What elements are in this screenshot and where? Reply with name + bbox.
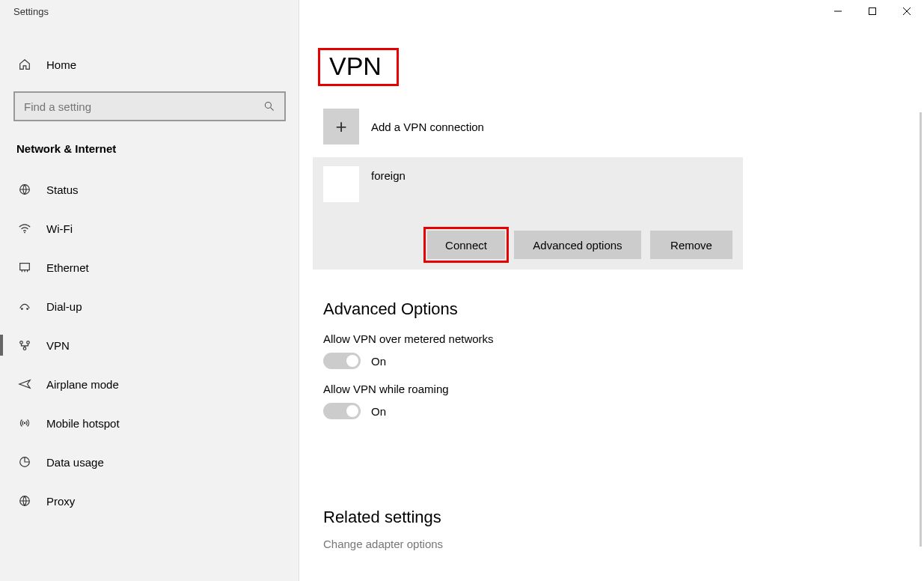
svg-point-12 xyxy=(23,347,26,350)
add-vpn-label: Add a VPN connection xyxy=(371,121,484,133)
nav-label: Proxy xyxy=(46,495,75,508)
close-button[interactable] xyxy=(890,0,924,22)
add-vpn-connection[interactable]: + Add a VPN connection xyxy=(323,109,484,145)
nav-item-hotspot[interactable]: Mobile hotspot xyxy=(0,404,299,442)
titlebar: Settings xyxy=(0,0,299,22)
change-adapter-link[interactable]: Change adapter options xyxy=(323,538,443,550)
page-title: VPN xyxy=(329,52,382,81)
nav-label: VPN xyxy=(46,339,70,352)
advanced-options-heading: Advanced Options xyxy=(323,299,494,319)
nav-label: Ethernet xyxy=(46,261,89,274)
vpn-name: foreign xyxy=(371,166,406,182)
advanced-options-button[interactable]: Advanced options xyxy=(514,231,641,259)
nav-item-status[interactable]: Status xyxy=(0,170,299,209)
svg-point-11 xyxy=(27,341,30,344)
metered-label: Allow VPN over metered networks xyxy=(323,332,494,345)
data-usage-icon xyxy=(16,455,33,469)
nav-item-vpn[interactable]: VPN xyxy=(0,326,299,365)
search-input[interactable] xyxy=(22,100,262,114)
nav-label: Mobile hotspot xyxy=(46,417,120,430)
svg-point-13 xyxy=(24,422,25,424)
page-title-highlight: VPN xyxy=(318,48,399,86)
nav-category: Network & Internet xyxy=(0,142,299,155)
nav-label: Airplane mode xyxy=(46,378,119,391)
nav-item-proxy[interactable]: Proxy xyxy=(0,481,299,520)
nav-home-label: Home xyxy=(46,58,76,71)
search-box[interactable] xyxy=(13,91,286,121)
svg-point-10 xyxy=(20,341,23,344)
nav-item-data-usage[interactable]: Data usage xyxy=(0,442,299,481)
nav-item-dialup[interactable]: Dial-up xyxy=(0,287,299,326)
svg-point-0 xyxy=(265,102,271,108)
main-content: VPN + Add a VPN connection foreign Conne… xyxy=(299,0,924,581)
nav-label: Wi-Fi xyxy=(46,222,73,235)
related-settings-heading: Related settings xyxy=(323,508,443,527)
wifi-icon xyxy=(16,222,33,235)
status-icon xyxy=(16,183,33,196)
nav-label: Data usage xyxy=(46,456,104,469)
vpn-icon xyxy=(16,338,33,352)
roaming-state: On xyxy=(371,405,386,418)
search-icon xyxy=(262,100,277,112)
sidebar: Settings Home Network & Internet Status … xyxy=(0,0,299,581)
minimize-button[interactable] xyxy=(821,0,855,22)
nav-home[interactable]: Home xyxy=(0,45,299,84)
nav-item-wifi[interactable]: Wi-Fi xyxy=(0,209,299,248)
vpn-entry[interactable]: foreign Connect Advanced options Remove xyxy=(313,157,743,270)
svg-line-1 xyxy=(271,108,274,111)
hotspot-icon xyxy=(16,416,33,430)
nav-label: Status xyxy=(46,183,79,196)
ethernet-icon xyxy=(16,261,33,274)
roaming-toggle[interactable] xyxy=(323,403,361,419)
scrollbar[interactable] xyxy=(920,112,922,547)
roaming-label: Allow VPN while roaming xyxy=(323,383,494,395)
nav-item-airplane[interactable]: Airplane mode xyxy=(0,365,299,404)
dialup-icon xyxy=(16,299,33,313)
plus-icon: + xyxy=(323,109,359,145)
svg-point-9 xyxy=(26,308,28,310)
svg-point-8 xyxy=(21,308,23,310)
vpn-shield-icon xyxy=(323,166,359,202)
svg-rect-4 xyxy=(20,264,30,270)
home-icon xyxy=(16,58,33,71)
maximize-button[interactable] xyxy=(855,0,890,22)
app-title: Settings xyxy=(0,6,49,17)
metered-state: On xyxy=(371,355,386,368)
nav-item-ethernet[interactable]: Ethernet xyxy=(0,248,299,287)
proxy-icon xyxy=(16,494,33,508)
remove-button[interactable]: Remove xyxy=(650,231,732,259)
nav-label: Dial-up xyxy=(46,300,82,313)
metered-toggle[interactable] xyxy=(323,353,361,369)
connect-button[interactable]: Connect xyxy=(427,231,505,259)
svg-rect-17 xyxy=(869,8,876,15)
airplane-icon xyxy=(16,377,33,391)
svg-point-3 xyxy=(24,232,25,234)
